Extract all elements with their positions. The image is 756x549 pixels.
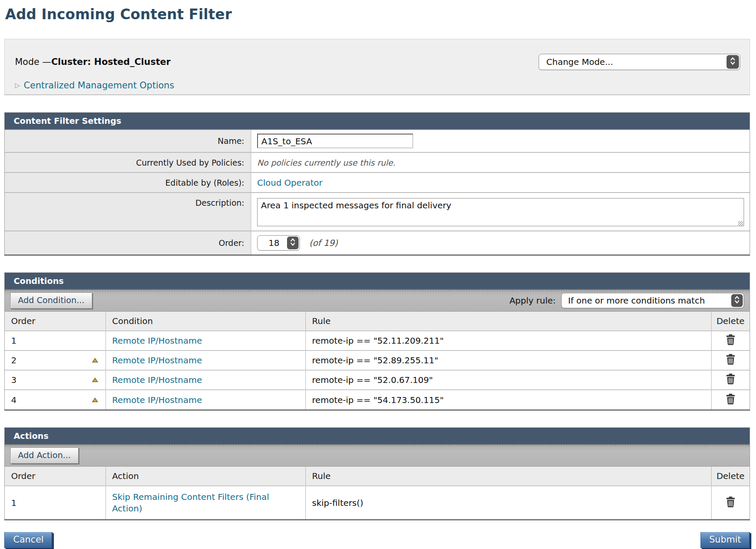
condition-link[interactable]: Remote IP/Hostname <box>112 355 202 365</box>
cancel-button[interactable]: Cancel <box>4 532 53 548</box>
col-delete: Delete <box>711 467 750 486</box>
add-action-button[interactable]: Add Action... <box>10 447 79 464</box>
condition-order: 3 <box>11 375 17 385</box>
actions-table: Order Action Rule Delete 1 Skip Remainin… <box>5 467 750 519</box>
content-filter-settings-header: Content Filter Settings <box>5 113 750 130</box>
condition-order: 2 <box>11 355 17 365</box>
editable-roles-label: Editable by (Roles): <box>5 173 251 192</box>
disclosure-triangle-icon[interactable]: ▷ <box>15 82 20 89</box>
cloud-operator-link[interactable]: Cloud Operator <box>257 178 322 188</box>
conditions-section: Conditions Add Condition... Apply rule: … <box>4 272 750 409</box>
mode-text: Mode —Cluster: Hosted_Cluster <box>15 57 170 67</box>
apply-rule-label: Apply rule: <box>510 295 556 306</box>
condition-rule: remote-ip == "52.89.255.11" <box>305 350 711 370</box>
col-rule: Rule <box>305 467 711 486</box>
conditions-table: Order Condition Rule Delete 1 Remote IP/… <box>5 312 750 409</box>
page-root: Add Incoming Content Filter Mode —Cluste… <box>0 0 756 549</box>
move-up-icon[interactable] <box>92 377 98 383</box>
condition-rule: remote-ip == "52.0.67.109" <box>305 370 711 390</box>
condition-rule: remote-ip == "52.11.209.211" <box>305 331 711 350</box>
condition-rule: remote-ip == "54.173.50.115" <box>305 390 711 409</box>
delete-trash-icon[interactable] <box>725 353 736 365</box>
name-label: Name: <box>5 130 251 152</box>
actions-toolbar: Add Action... <box>5 445 750 467</box>
delete-trash-icon[interactable] <box>725 334 736 345</box>
order-total: (of 19) <box>309 238 338 248</box>
delete-trash-icon[interactable] <box>725 393 736 405</box>
apply-rule-select[interactable]: If one or more conditions match <box>561 293 744 308</box>
condition-link[interactable]: Remote IP/Hostname <box>112 336 202 346</box>
col-order: Order <box>5 312 105 331</box>
condition-order: 4 <box>11 395 17 405</box>
condition-link[interactable]: Remote IP/Hostname <box>112 395 202 405</box>
mode-value: Cluster: Hosted_Cluster <box>51 57 170 67</box>
conditions-header-row: Order Condition Rule Delete <box>5 312 750 331</box>
actions-header-row: Order Action Rule Delete <box>5 467 750 486</box>
policies-label: Currently Used by Policies: <box>5 153 251 172</box>
action-order: 1 <box>5 486 105 519</box>
action-link[interactable]: Skip Remaining Content Filters (Final Ac… <box>112 491 279 514</box>
description-label: Description: <box>5 193 251 231</box>
col-action: Action <box>105 467 305 486</box>
col-delete: Delete <box>711 312 750 331</box>
actions-header: Actions <box>5 428 750 445</box>
delete-trash-icon[interactable] <box>725 496 736 508</box>
conditions-header: Conditions <box>5 273 750 290</box>
col-rule: Rule <box>305 312 711 331</box>
order-label: Order: <box>5 231 251 254</box>
condition-row: 3 Remote IP/Hostname remote-ip == "52.0.… <box>5 370 750 390</box>
col-condition: Condition <box>105 312 305 331</box>
description-textarea[interactable] <box>257 198 744 226</box>
select-stepper-icon <box>287 237 299 249</box>
condition-row: 2 Remote IP/Hostname remote-ip == "52.89… <box>5 350 750 370</box>
delete-trash-icon[interactable] <box>725 373 736 385</box>
submit-button[interactable]: Submit <box>700 532 750 548</box>
order-row: Order: 18 (of 19) <box>5 231 750 254</box>
editable-roles-row: Editable by (Roles): Cloud Operator <box>5 173 750 193</box>
content-filter-settings-section: Content Filter Settings Name: Currently … <box>4 112 750 254</box>
centralized-management-options-link[interactable]: Centralized Management Options <box>24 80 174 91</box>
col-order: Order <box>5 467 105 486</box>
change-mode-select-value: Change Mode... <box>539 57 726 67</box>
order-select-value: 18 <box>258 238 286 248</box>
conditions-toolbar: Add Condition... Apply rule: If one or m… <box>5 290 750 312</box>
page-title: Add Incoming Content Filter <box>4 4 750 23</box>
name-input[interactable] <box>257 134 413 148</box>
order-select[interactable]: 18 <box>257 235 300 251</box>
condition-row: 4 Remote IP/Hostname remote-ip == "54.17… <box>5 390 750 409</box>
add-condition-button[interactable]: Add Condition... <box>10 292 92 309</box>
footer: Cancel Submit <box>4 532 750 549</box>
policies-value: No policies currently use this rule. <box>257 158 396 167</box>
condition-order: 1 <box>5 331 105 350</box>
action-rule: skip-filters() <box>305 486 711 519</box>
action-row: 1 Skip Remaining Content Filters (Final … <box>5 486 750 519</box>
apply-rule-select-value: If one or more conditions match <box>562 295 730 306</box>
select-stepper-icon <box>731 294 743 307</box>
name-row: Name: <box>5 130 750 153</box>
mode-box: Mode —Cluster: Hosted_Cluster Change Mod… <box>4 39 750 95</box>
policies-row: Currently Used by Policies: No policies … <box>5 153 750 173</box>
condition-row: 1 Remote IP/Hostname remote-ip == "52.11… <box>5 331 750 350</box>
change-mode-select[interactable]: Change Mode... <box>539 54 740 70</box>
condition-link[interactable]: Remote IP/Hostname <box>112 375 202 385</box>
select-stepper-icon <box>727 55 739 69</box>
move-up-icon[interactable] <box>92 358 98 363</box>
actions-section: Actions Add Action... Order Action Rule … <box>4 427 750 519</box>
mode-label: Mode — <box>15 57 51 67</box>
move-up-icon[interactable] <box>92 397 98 403</box>
description-row: Description: <box>5 193 750 231</box>
